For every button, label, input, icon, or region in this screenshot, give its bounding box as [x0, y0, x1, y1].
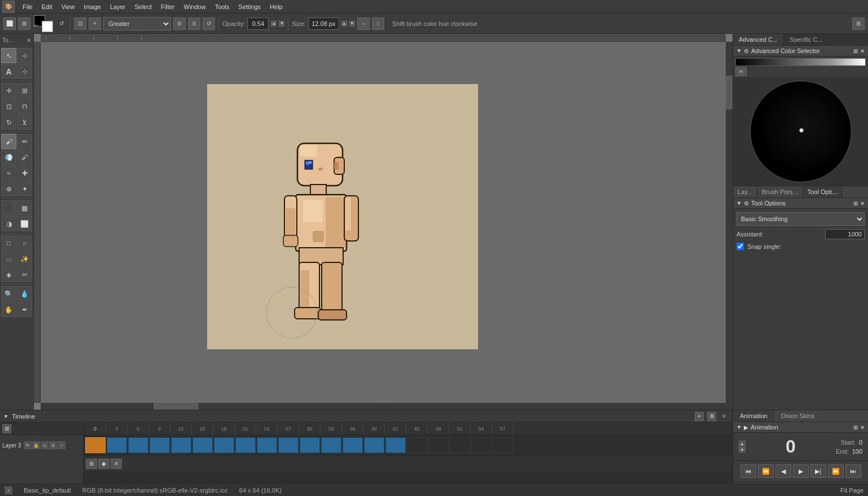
opacity-stepper-down[interactable]: ▼ [279, 21, 284, 27]
opacity-stepper-up[interactable]: ▲ [271, 21, 277, 27]
eraser-tool[interactable]: ⬜ [17, 216, 32, 231]
mirror-v-icon[interactable]: ↕ [372, 17, 384, 30]
timeline-add-icon[interactable]: + [695, 412, 704, 421]
drag-resize-indicator[interactable]: · · · · · · [375, 398, 391, 403]
refresh-icon[interactable]: ↺ [203, 17, 215, 30]
size-stepper-down[interactable]: ▼ [349, 21, 355, 27]
dodge-tool[interactable]: ◑ [1, 216, 16, 231]
play-btn[interactable]: ▶ [793, 464, 809, 478]
assistant-input[interactable] [825, 229, 865, 239]
frame-6[interactable] [128, 437, 148, 453]
layer-visible-icon[interactable]: 👁 [24, 441, 32, 449]
measure-tool[interactable]: ⊹ [17, 64, 32, 79]
zoom-tool[interactable]: 🔍 [1, 286, 16, 301]
menu-file[interactable]: File [18, 2, 37, 11]
free-select-tool[interactable]: ⊹ [17, 48, 32, 63]
menu-settings[interactable]: Settings [234, 2, 265, 11]
collapse-anim-arrow[interactable]: ▼ [737, 424, 742, 430]
brush-mode-select[interactable]: Greater Normal Multiply [103, 17, 171, 30]
window-icon[interactable]: ⊞ [852, 17, 865, 30]
close-timeline-icon[interactable]: ✕ [720, 412, 729, 421]
frame-24[interactable] [257, 437, 277, 453]
layer-inherit-icon[interactable]: ⊕ [49, 441, 57, 449]
move-tool[interactable]: ✛ [1, 83, 16, 98]
hand-tool[interactable]: ✋ [1, 302, 16, 317]
snap-single-checkbox[interactable] [737, 243, 744, 250]
erase-toggle[interactable]: ⊘ [173, 17, 186, 30]
canvas-area[interactable]: | | | | | [34, 34, 733, 410]
frame-45[interactable] [407, 437, 427, 453]
menu-window[interactable]: Window [179, 2, 211, 11]
frame-36[interactable] [343, 437, 363, 453]
frame-54[interactable] [471, 437, 492, 453]
tool-icon-a[interactable]: ⊡ [74, 17, 86, 30]
mirror-h-icon[interactable]: ↔ [357, 17, 370, 30]
airbrush-tool[interactable]: 💨 [1, 150, 16, 165]
frame-30[interactable] [300, 437, 320, 453]
frame-27[interactable] [278, 437, 299, 453]
tab-advanced-color[interactable]: Advanced C... [733, 34, 784, 45]
pointer-tool[interactable]: ↖ [1, 48, 16, 63]
prev-keyframe-btn[interactable]: ⏪ [758, 464, 774, 478]
frame-18[interactable] [214, 437, 234, 453]
tab-animation[interactable]: Animation [733, 410, 774, 422]
frame-0[interactable] [85, 437, 106, 453]
size-stepper-up[interactable]: ▲ [341, 21, 347, 27]
tab-brush-presets[interactable]: Brush Pres... [757, 186, 803, 197]
frame-42[interactable] [385, 437, 406, 453]
collapse-color-arrow[interactable]: ▼ [737, 48, 742, 54]
layer-row[interactable]: Layer 3 👁 🔒 α ⊕ + [0, 435, 83, 455]
float-panel-icon[interactable]: ⊞ [853, 48, 858, 54]
timeline-add-keyframe-icon[interactable]: ◆ [98, 459, 109, 469]
frame-15[interactable] [192, 437, 213, 453]
tab-onion-skins[interactable]: Onion Skins [774, 410, 821, 422]
timeline-frame-add[interactable]: ⊞ [2, 424, 11, 433]
reset-colors-icon[interactable]: ↺ [56, 19, 67, 29]
timeline-remove-frame-icon[interactable]: ✕ [111, 459, 122, 469]
layer-lock-icon[interactable]: 🔒 [32, 441, 40, 449]
menu-select[interactable]: Select [130, 2, 156, 11]
menu-image[interactable]: Image [79, 2, 106, 11]
opacity-input[interactable] [247, 17, 269, 30]
color-select-tool[interactable]: ◈ [1, 267, 16, 282]
paintbrush-tool[interactable]: 🖌 [1, 134, 16, 149]
eyedropper-tool[interactable]: 💧 [17, 286, 32, 301]
next-frame-btn[interactable]: ▶| [810, 464, 826, 478]
frame-21[interactable] [235, 437, 256, 453]
tab-specific-color[interactable]: Specific C... [784, 34, 829, 45]
close-anim-icon[interactable]: ✕ [860, 424, 865, 431]
menu-filter[interactable]: Filter [156, 2, 179, 11]
close-panel-icon[interactable]: ✕ [860, 48, 865, 54]
ink-tool[interactable]: 🖋 [17, 150, 32, 165]
path-tool[interactable]: ✒ [17, 302, 32, 317]
frame-counter-up[interactable]: ▲ ▼ [739, 441, 746, 453]
menu-tools[interactable]: Tools [211, 2, 234, 11]
color-swatch-fg[interactable]: ↩ [34, 15, 53, 32]
heal-tool[interactable]: ✚ [17, 165, 32, 181]
color-wheel[interactable] [750, 81, 852, 182]
canvas-viewport[interactable] [41, 42, 726, 403]
transform-tool[interactable]: ⊡ [1, 99, 16, 114]
smudge-tool[interactable]: ≈ [1, 165, 16, 181]
collapse-topts-arrow[interactable]: ▼ [737, 200, 742, 206]
menu-view[interactable]: View [57, 2, 80, 11]
menu-help[interactable]: Help [265, 2, 287, 11]
prev-frame-btn[interactable]: ◀ [775, 464, 791, 478]
hue-icon[interactable]: H [735, 67, 747, 76]
pencil-tool[interactable]: ✏ [17, 134, 32, 149]
frame-39[interactable] [364, 437, 384, 453]
scrollbar-horizontal[interactable] [41, 403, 726, 410]
frame-48[interactable] [428, 437, 449, 453]
tool-small-icon-1[interactable]: ⬜ [3, 17, 16, 30]
preserve-alpha[interactable]: α [188, 17, 200, 30]
canvas-document[interactable] [207, 84, 478, 349]
frame-51[interactable] [450, 437, 470, 453]
frame-3[interactable] [107, 437, 127, 453]
free-select-2-tool[interactable]: ⌓ [1, 251, 16, 266]
menu-layer[interactable]: Layer [106, 2, 130, 11]
frame-33[interactable] [321, 437, 341, 453]
tool-small-icon-2[interactable]: ⊞ [18, 17, 30, 30]
menu-edit[interactable]: Edit [37, 2, 57, 11]
bucket-tool[interactable]: ⬛ [1, 200, 16, 216]
size-input[interactable] [308, 17, 339, 30]
